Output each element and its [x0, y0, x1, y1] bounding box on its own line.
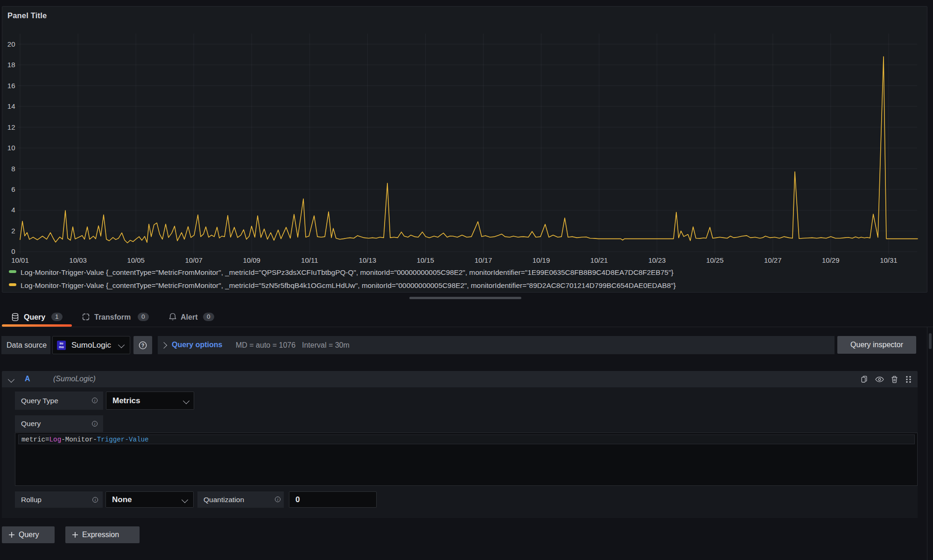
svg-text:10/15: 10/15 [417, 256, 435, 264]
svg-text:10/09: 10/09 [243, 256, 260, 264]
svg-text:10/17: 10/17 [475, 256, 492, 264]
svg-text:14: 14 [7, 102, 15, 110]
svg-text:10/25: 10/25 [706, 256, 724, 264]
svg-text:10/01: 10/01 [11, 256, 29, 264]
svg-text:10/11: 10/11 [301, 256, 318, 264]
svg-text:10/13: 10/13 [359, 256, 377, 264]
svg-text:12: 12 [7, 123, 15, 131]
svg-text:10: 10 [7, 144, 15, 152]
svg-text:20: 20 [7, 40, 15, 48]
svg-text:16: 16 [7, 82, 15, 90]
svg-text:6: 6 [11, 185, 15, 193]
svg-text:10/27: 10/27 [764, 256, 782, 264]
svg-text:10/07: 10/07 [185, 256, 203, 264]
svg-text:10/31: 10/31 [880, 256, 898, 264]
svg-text:10/19: 10/19 [533, 256, 550, 264]
svg-text:10/29: 10/29 [822, 256, 840, 264]
svg-text:4: 4 [11, 206, 15, 214]
svg-text:0: 0 [11, 247, 15, 255]
svg-text:18: 18 [7, 61, 15, 69]
svg-text:10/21: 10/21 [590, 256, 608, 264]
svg-text:?: ? [141, 343, 144, 348]
svg-text:8: 8 [11, 165, 15, 173]
svg-text:10/05: 10/05 [127, 256, 145, 264]
svg-text:10/03: 10/03 [69, 256, 87, 264]
svg-text:10/23: 10/23 [648, 256, 666, 264]
svg-text:2: 2 [11, 227, 15, 235]
